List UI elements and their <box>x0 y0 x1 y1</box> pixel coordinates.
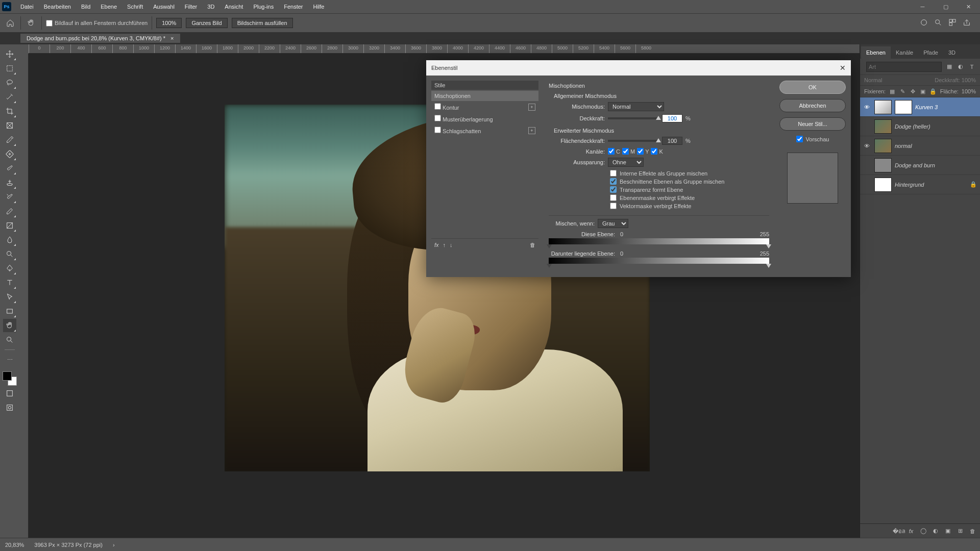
layer-name[interactable]: Dodge (heller) <box>895 123 978 130</box>
dialog-close-icon[interactable]: ✕ <box>840 64 846 72</box>
cloud-icon[interactable] <box>920 18 928 28</box>
underlying-layer-slider[interactable] <box>549 258 769 264</box>
zoom-tool[interactable] <box>3 333 16 346</box>
menu-bild[interactable]: Bild <box>76 2 95 12</box>
minimize-button[interactable]: ─ <box>911 0 934 13</box>
brush-tool[interactable] <box>3 162 16 175</box>
menu-auswahl[interactable]: Auswahl <box>148 2 180 12</box>
edit-toolbar-button[interactable]: ⋯ <box>3 353 16 366</box>
type-tool[interactable] <box>3 276 16 289</box>
share-icon[interactable] <box>963 18 971 28</box>
this-layer-slider[interactable] <box>549 238 769 244</box>
cancel-button[interactable]: Abbrechen <box>779 99 846 112</box>
home-icon[interactable] <box>4 17 16 29</box>
fill-screen-button[interactable]: Bildschirm ausfüllen <box>232 18 293 28</box>
style-item[interactable]: Musterüberlagerung <box>431 113 538 124</box>
document-info[interactable]: 3963 Px × 3273 Px (72 ppi) <box>34 542 103 548</box>
filter-type-icon[interactable]: T <box>967 62 976 71</box>
fill-opacity-slider[interactable] <box>608 140 659 142</box>
filter-pixel-icon[interactable]: ▦ <box>945 62 954 71</box>
add-effect-icon[interactable]: + <box>528 104 535 111</box>
zoom-100-button[interactable]: 100% <box>156 18 182 28</box>
group-icon[interactable]: ▣ <box>944 528 951 534</box>
screen-mode-button[interactable] <box>3 387 16 400</box>
blend-option-checkbox[interactable]: Interne Effekte als Gruppe mischen <box>610 170 769 177</box>
close-button[interactable]: ✕ <box>957 0 980 13</box>
blend-option-checkbox[interactable]: Vektormaske verbirgt Effekte <box>610 203 769 209</box>
hand-tool[interactable] <box>3 319 16 332</box>
opacity-slider[interactable] <box>608 117 659 119</box>
blur-tool[interactable] <box>3 233 16 246</box>
document-tab[interactable]: Dodge and burn.psdc bei 20,8% (Kurven 3,… <box>20 34 180 43</box>
menu-3d[interactable]: 3D <box>202 2 219 12</box>
layer-row[interactable]: 👁 normal <box>860 136 980 156</box>
add-effect-icon[interactable]: + <box>528 127 535 134</box>
lasso-tool[interactable] <box>3 76 16 89</box>
marquee-tool[interactable] <box>3 62 16 75</box>
layer-thumbnail[interactable] <box>874 178 892 192</box>
visibility-toggle[interactable]: 👁 <box>862 143 871 149</box>
lock-icon[interactable]: 🔒 <box>970 181 978 188</box>
menu-schrift[interactable]: Schrift <box>122 2 148 12</box>
layer-row[interactable]: Dodge and burn <box>860 156 980 175</box>
tab-3d[interactable]: 3D <box>943 46 961 59</box>
new-layer-icon[interactable]: ⊞ <box>957 528 964 534</box>
layer-thumbnail[interactable] <box>874 139 892 153</box>
path-selection-tool[interactable] <box>3 290 16 304</box>
clone-stamp-tool[interactable] <box>3 176 16 189</box>
trash-icon[interactable]: 🗑 <box>530 242 535 248</box>
layer-name[interactable]: Kurven 3 <box>915 104 978 110</box>
gradient-tool[interactable] <box>3 219 16 232</box>
menu-filter[interactable]: Filter <box>180 2 202 12</box>
blend-option-checkbox[interactable]: Beschnittene Ebenen als Gruppe mischen <box>610 178 769 185</box>
menu-fenster[interactable]: Fenster <box>279 2 308 12</box>
layer-thumbnail[interactable] <box>874 100 892 114</box>
style-item[interactable]: Kontur+ <box>431 101 538 113</box>
move-tool[interactable] <box>3 47 16 61</box>
fx-icon[interactable]: fx <box>908 528 915 534</box>
lock-artboard-icon[interactable]: ▣ <box>919 88 926 95</box>
workspace-icon[interactable] <box>948 18 957 28</box>
menu-datei[interactable]: Datei <box>15 2 39 12</box>
dialog-titlebar[interactable]: Ebenenstil ✕ <box>426 60 851 76</box>
lock-all-icon[interactable]: 🔒 <box>929 88 937 95</box>
menu-hilfe[interactable]: Hilfe <box>308 2 329 12</box>
zoom-level[interactable]: 20,83% <box>5 542 24 548</box>
blend-option-checkbox[interactable]: Transparenz formt Ebene <box>610 186 769 193</box>
blend-mode-select[interactable]: Normal <box>608 102 664 111</box>
channel-y[interactable]: Y <box>637 148 649 155</box>
opacity-input[interactable] <box>662 114 682 122</box>
channel-m[interactable]: M <box>622 148 635 155</box>
channel-c[interactable]: C <box>608 148 620 155</box>
color-swatches[interactable] <box>3 371 17 386</box>
new-style-button[interactable]: Neuer Stil... <box>779 117 846 131</box>
close-tab-icon[interactable]: × <box>170 35 174 41</box>
layer-thumbnail[interactable] <box>874 158 892 172</box>
preview-checkbox[interactable]: Vorschau <box>779 136 846 142</box>
delete-icon[interactable]: 🗑 <box>969 528 976 534</box>
quick-mask-button[interactable] <box>3 401 16 414</box>
layer-row[interactable]: 👁 Kurven 3 <box>860 97 980 117</box>
hand-tool-icon[interactable] <box>25 17 37 29</box>
layer-name[interactable]: Dodge and burn <box>895 162 978 168</box>
layer-name[interactable]: normal <box>895 143 978 149</box>
style-item[interactable]: Schlagschatten+ <box>431 124 538 136</box>
lock-paint-icon[interactable]: ✎ <box>899 88 906 95</box>
lock-transparency-icon[interactable]: ▦ <box>889 88 896 95</box>
move-up-icon[interactable]: ↑ <box>443 242 446 248</box>
magic-wand-tool[interactable] <box>3 90 16 104</box>
layer-row[interactable]: Dodge (heller) <box>860 117 980 136</box>
filter-adjust-icon[interactable]: ◐ <box>956 62 965 71</box>
maximize-button[interactable]: ▢ <box>934 0 957 13</box>
mask-icon[interactable]: ◯ <box>920 528 927 534</box>
layer-row[interactable]: Hintergrund 🔒 <box>860 175 980 194</box>
history-brush-tool[interactable] <box>3 190 16 204</box>
layer-name[interactable]: Hintergrund <box>895 182 967 188</box>
blendif-select[interactable]: Grau <box>598 219 628 228</box>
search-icon[interactable] <box>934 18 942 28</box>
fx-menu-icon[interactable]: fx <box>434 242 439 248</box>
eyedropper-tool[interactable] <box>3 133 16 146</box>
dodge-tool[interactable] <box>3 247 16 261</box>
menu-plug-ins[interactable]: Plug-ins <box>248 2 279 12</box>
tab-ebenen[interactable]: Ebenen <box>861 46 891 59</box>
